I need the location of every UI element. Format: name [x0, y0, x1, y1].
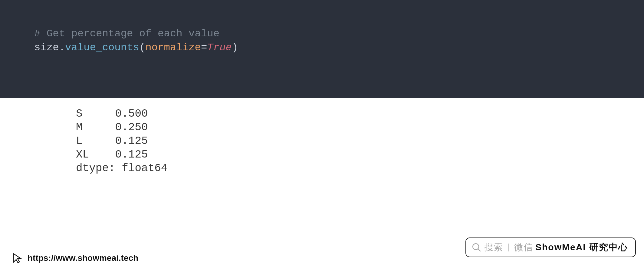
wechat-badge: 搜索 | 微信 ShowMeAI 研究中心: [465, 237, 636, 257]
output-text: S 0.500 M 0.250 L 0.125 XL 0.125 dtype: …: [76, 107, 644, 175]
cursor-icon: [12, 252, 23, 264]
code-close-paren: ): [232, 42, 238, 53]
output-panel: S 0.500 M 0.250 L 0.125 XL 0.125 dtype: …: [0, 98, 644, 175]
code-keyword: True: [207, 42, 232, 53]
wechat-weixin-label: 微信: [514, 241, 533, 254]
code-line-2: size.value_counts(normalize=True): [34, 41, 644, 55]
wechat-divider: |: [506, 243, 511, 252]
code-param: normalize: [145, 42, 201, 53]
svg-point-0: [473, 244, 479, 250]
code-comment: # Get percentage of each value: [34, 28, 219, 39]
code-dot: .: [59, 42, 65, 53]
code-identifier: size: [34, 42, 59, 53]
footer: https://www.showmeai.tech: [12, 252, 138, 264]
code-method: value_counts: [65, 42, 139, 53]
search-icon: [472, 242, 482, 253]
svg-line-1: [478, 249, 481, 251]
code-open-paren: (: [139, 42, 145, 53]
code-panel: # Get percentage of each value size.valu…: [0, 0, 644, 98]
footer-url: https://www.showmeai.tech: [28, 253, 138, 263]
wechat-search-label: 搜索: [484, 241, 503, 254]
code-equals: =: [201, 42, 207, 53]
code-line-1: # Get percentage of each value: [34, 27, 644, 41]
wechat-brand: ShowMeAI 研究中心: [535, 241, 628, 254]
